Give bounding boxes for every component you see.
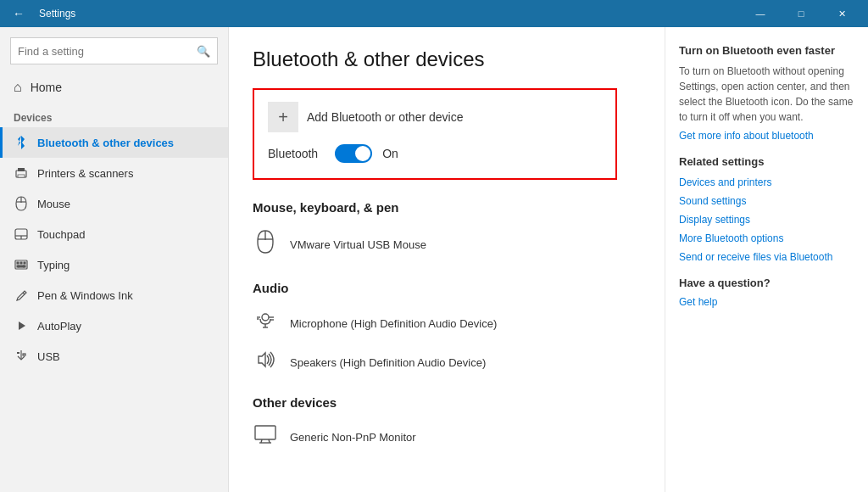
svg-rect-2 (18, 175, 25, 177)
bluetooth-toggle[interactable] (335, 144, 372, 163)
page-title: Bluetooth & other devices (253, 48, 641, 71)
sidebar-item-bluetooth[interactable]: Bluetooth & other devices (0, 127, 228, 158)
svg-rect-10 (20, 262, 22, 264)
device-item-speakers: Speakers (High Definition Audio Device) (253, 346, 641, 378)
tip-title: Turn on Bluetooth even faster (679, 44, 854, 57)
other-devices-heading: Other devices (253, 395, 641, 410)
svg-rect-1 (18, 168, 25, 171)
related-link-display[interactable]: Display settings (679, 214, 854, 226)
sidebar-item-touchpad[interactable]: Touchpad (0, 219, 228, 249)
svg-rect-11 (24, 262, 25, 264)
sidebar-item-typing[interactable]: Typing (0, 249, 228, 280)
monitor-name: Generic Non-PnP Monitor (290, 431, 416, 444)
toggle-knob (355, 146, 370, 161)
sidebar-item-printers[interactable]: Printers & scanners (0, 158, 228, 188)
related-link-send-receive[interactable]: Send or receive files via Bluetooth (679, 251, 854, 263)
svg-marker-16 (19, 321, 25, 330)
sidebar-section-devices: Devices (0, 103, 228, 127)
related-link-bluetooth-options[interactable]: More Bluetooth options (679, 232, 854, 244)
svg-rect-30 (255, 426, 275, 439)
printers-icon (14, 165, 29, 181)
sidebar-touchpad-label: Touchpad (37, 228, 85, 241)
app-title: Settings (39, 8, 75, 20)
autoplay-icon (14, 318, 29, 333)
microphone-name: Microphone (High Definition Audio Device… (290, 317, 497, 330)
main-container: 🔍 ⌂ Home Devices Bluetooth & other devic… (0, 27, 868, 492)
device-item-microphone: Microphone (High Definition Audio Device… (253, 305, 641, 341)
main-content: Bluetooth & other devices + Add Bluetoot… (229, 27, 665, 492)
titlebar-left: ← Settings (7, 2, 75, 25)
mouse-section-heading: Mouse, keyboard, & pen (253, 200, 641, 215)
search-input[interactable] (18, 45, 197, 58)
svg-line-15 (23, 293, 25, 294)
related-link-devices-printers[interactable]: Devices and printers (679, 176, 854, 188)
bluetooth-label: Bluetooth (268, 147, 318, 160)
bluetooth-toggle-row: Bluetooth On (268, 144, 602, 163)
sidebar-autoplay-label: AutoPlay (37, 320, 81, 333)
svg-rect-18 (17, 352, 19, 354)
related-link-sound[interactable]: Sound settings (679, 195, 854, 207)
svg-point-22 (262, 314, 269, 321)
device-item-mouse: VMware Virtual USB Mouse (253, 225, 641, 264)
mouse-device-name: VMware Virtual USB Mouse (290, 238, 426, 251)
add-device-button[interactable]: + Add Bluetooth or other device (268, 102, 602, 132)
mouse-section: Mouse, keyboard, & pen VMware Virtual US… (253, 200, 641, 264)
add-device-label: Add Bluetooth or other device (307, 110, 463, 124)
titlebar: ← Settings — □ ✕ (0, 0, 868, 27)
sidebar-item-mouse[interactable]: Mouse (0, 188, 228, 219)
mouse-device-icon (253, 230, 278, 259)
speakers-icon (253, 351, 278, 373)
minimize-button[interactable]: — (741, 0, 780, 27)
audio-section-heading: Audio (253, 281, 641, 295)
plus-icon: + (268, 102, 298, 132)
home-icon: ⌂ (14, 80, 22, 95)
close-button[interactable]: ✕ (822, 0, 861, 27)
sidebar-usb-label: USB (37, 350, 60, 363)
search-box[interactable]: 🔍 (10, 37, 218, 64)
tip-link[interactable]: Get more info about bluetooth (679, 130, 854, 142)
window-controls: — □ ✕ (741, 0, 861, 27)
right-panel: Turn on Bluetooth even faster To turn on… (665, 27, 868, 492)
bluetooth-icon (14, 135, 29, 150)
bluetooth-box: + Add Bluetooth or other device Bluetoot… (253, 88, 617, 180)
get-help-link[interactable]: Get help (679, 296, 854, 308)
sidebar-item-usb[interactable]: USB (0, 341, 228, 372)
sidebar-bluetooth-label: Bluetooth & other devices (37, 137, 174, 149)
svg-rect-14 (24, 266, 25, 267)
other-devices-section: Other devices Generic Non-PnP Monitor (253, 395, 641, 454)
sidebar-mouse-label: Mouse (37, 198, 70, 210)
related-settings-title: Related settings (679, 155, 854, 168)
microphone-icon (253, 310, 278, 336)
typing-icon (14, 257, 29, 272)
sidebar-printers-label: Printers & scanners (37, 167, 133, 180)
pen-icon (14, 288, 29, 303)
svg-rect-13 (19, 266, 24, 267)
sidebar-item-pen[interactable]: Pen & Windows Ink (0, 280, 228, 310)
svg-rect-19 (23, 354, 25, 355)
sidebar-pen-label: Pen & Windows Ink (37, 289, 133, 302)
sidebar-item-home[interactable]: ⌂ Home (0, 71, 228, 103)
monitor-device-icon (253, 425, 278, 449)
sidebar: 🔍 ⌂ Home Devices Bluetooth & other devic… (0, 27, 229, 492)
audio-section: Audio Microphone (High Defin (253, 281, 641, 378)
sidebar-typing-label: Typing (37, 259, 70, 271)
question-title: Have a question? (679, 277, 854, 289)
bluetooth-state-label: On (382, 147, 398, 160)
device-item-monitor: Generic Non-PnP Monitor (253, 420, 641, 454)
speakers-name: Speakers (High Definition Audio Device) (290, 356, 486, 369)
back-button[interactable]: ← (7, 2, 31, 25)
usb-icon (14, 349, 29, 364)
home-label: Home (31, 81, 62, 94)
svg-marker-29 (259, 353, 265, 366)
mouse-icon (14, 196, 29, 211)
search-icon: 🔍 (197, 45, 210, 58)
maximize-button[interactable]: □ (782, 0, 821, 27)
sidebar-item-autoplay[interactable]: AutoPlay (0, 310, 228, 341)
touchpad-icon (14, 226, 29, 242)
svg-rect-9 (17, 262, 19, 264)
tip-text: To turn on Bluetooth without opening Set… (679, 64, 854, 125)
